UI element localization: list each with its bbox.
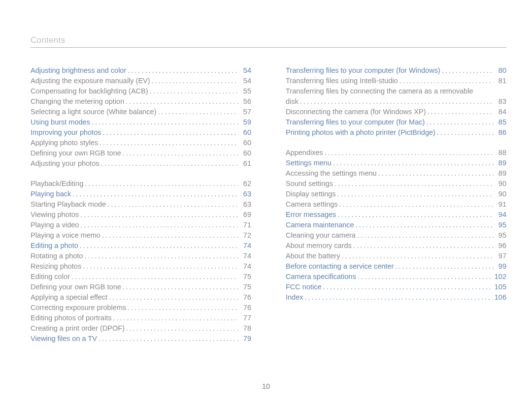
toc-dots: ........................................…	[440, 65, 494, 76]
toc-entry[interactable]: Playing back............................…	[31, 189, 251, 199]
toc-dots: ........................................…	[121, 282, 238, 292]
toc-entry[interactable]: Disconnecting the camera (for Windows XP…	[286, 107, 506, 117]
toc-entry[interactable]: Creating a print order (DPOF)...........…	[31, 323, 251, 334]
toc-entry[interactable]: disk ...................................…	[286, 96, 506, 107]
toc-entry-label: About memory cards	[286, 241, 352, 251]
toc-dots: ........................................…	[97, 334, 238, 344]
toc-entry-page: 60	[238, 138, 251, 148]
toc-entry-page: 99	[494, 261, 506, 272]
toc-dots: ........................................…	[352, 241, 494, 251]
toc-dots: ........................................…	[111, 313, 238, 323]
toc-entry[interactable]: Editing photos of portraits.............…	[31, 313, 251, 323]
toc-entry[interactable]: Adjusting brightness and color..........…	[31, 65, 251, 76]
toc-entry-page: 74	[238, 261, 251, 272]
toc-entry[interactable]: Accessing the settings menu.............…	[286, 168, 506, 179]
toc-entry-label: Correcting exposure problems	[31, 303, 126, 313]
toc-entry[interactable]: Adjusting the exposure manually (EV)....…	[31, 76, 251, 86]
toc-entry[interactable]: Camera maintenance......................…	[286, 220, 506, 230]
toc-entry[interactable]: Transferring ﬁles to your computer (for …	[286, 117, 506, 127]
toc-entry[interactable]: Adjusting your photos...................…	[31, 158, 251, 169]
toc-dots: ........................................…	[303, 292, 492, 303]
toc-dots: ........................................…	[394, 261, 494, 272]
toc-entry[interactable]: Viewing photos..........................…	[31, 210, 251, 220]
toc-entry[interactable]: About the battery.......................…	[286, 251, 506, 261]
toc-entry[interactable]: Resizing photos.........................…	[31, 261, 251, 272]
toc-dots: ........................................…	[425, 117, 494, 127]
toc-entry[interactable]: Using burst modes.......................…	[31, 117, 251, 127]
toc-entry[interactable]: Selecting a light source (White balance)…	[31, 107, 251, 117]
toc-entry-page: 80	[494, 65, 506, 76]
toc-entry[interactable]: Transferring files using Intelli-studio.…	[286, 76, 506, 86]
toc-entry[interactable]: About memory cards......................…	[286, 241, 506, 251]
toc-entry[interactable]: Settings menu...........................…	[286, 158, 506, 168]
toc-dots: ........................................…	[150, 76, 238, 86]
toc-entry-page: 76	[238, 292, 251, 303]
toc-entry-label: Transferring ﬁles to your computer (for …	[286, 117, 425, 127]
toc-dots: ........................................…	[121, 148, 238, 158]
toc-entry-label: Display settings	[286, 189, 336, 199]
toc-entry[interactable]: Cleaning your camera....................…	[286, 230, 506, 241]
toc-entry[interactable]: Transferring ﬁles to your computer (for …	[286, 65, 506, 76]
toc-entry-label: Adjusting your photos	[31, 158, 99, 169]
toc-dots: ........................................…	[98, 138, 238, 148]
toc-entry[interactable]: Defining your own RGB tone..............…	[31, 282, 251, 292]
toc-entry-label: FCC notice	[286, 282, 322, 292]
toc-entry[interactable]: Sound settings..........................…	[286, 179, 506, 189]
toc-dots: ........................................…	[435, 127, 494, 138]
toc-entry[interactable]: Camera settings.........................…	[286, 199, 506, 210]
toc-dots: ........................................…	[106, 199, 238, 210]
toc-spacer	[286, 138, 506, 143]
toc-entry-label: Camera speciﬁcations	[286, 272, 356, 282]
toc-dots: ........................................…	[398, 76, 494, 86]
toc-entry[interactable]: Playing a voice memo....................…	[31, 230, 251, 241]
toc-dots: ........................................…	[336, 210, 494, 220]
toc-entry[interactable]: Correcting exposure problems............…	[31, 303, 251, 313]
toc-entry[interactable]: Changing the metering option............…	[31, 96, 251, 107]
toc-entry-label: Editing color	[31, 272, 70, 282]
toc-entry-label: Settings menu	[286, 158, 332, 168]
toc-entry[interactable]: Transferring files by connecting the cam…	[286, 86, 506, 96]
toc-entry[interactable]: Applying a special effect...............…	[31, 292, 251, 303]
toc-entry[interactable]: Viewing ﬁles on a TV....................…	[31, 334, 251, 344]
toc-entry-label: Playing a video	[31, 220, 79, 230]
toc-entry[interactable]: Playing a video.........................…	[31, 220, 251, 230]
toc-entry[interactable]: Before contacting a service center......…	[286, 261, 506, 272]
toc-entry-page: 89	[494, 158, 506, 168]
page-number: 10	[0, 382, 532, 390]
toc-entry[interactable]: Improving your photos...................…	[31, 127, 251, 138]
toc-entry[interactable]: Applying photo styles...................…	[31, 138, 251, 148]
toc-entry[interactable]: Defining your own RGB tone..............…	[31, 148, 251, 158]
toc-entry[interactable]: Starting Playback mode..................…	[31, 199, 251, 210]
toc-entry[interactable]: Index...................................…	[286, 292, 506, 303]
toc-section-heading[interactable]: Appendixes..............................…	[286, 148, 506, 158]
toc-dots: ........................................…	[126, 65, 238, 76]
toc-entry-label: Adjusting brightness and color	[31, 65, 126, 76]
toc-entry-page: 74	[238, 241, 251, 251]
toc-dots: ........................................…	[70, 272, 238, 282]
toc-entry-label: Transferring ﬁles to your computer (for …	[286, 65, 440, 76]
toc-entry-label: Before contacting a service center	[286, 261, 394, 272]
toc-entry-label: Improving your photos	[31, 127, 101, 138]
toc-entry-label: Creating a print order (DPOF)	[31, 323, 125, 334]
toc-entry-label: Sound settings	[286, 179, 333, 189]
toc-dots: ........................................…	[323, 148, 494, 158]
toc-entry[interactable]: Compensating for backlighting (ACB).....…	[31, 86, 251, 96]
page-header: Contents	[31, 35, 506, 45]
toc-entry[interactable]: Display settings........................…	[286, 189, 506, 199]
toc-entry-page: 95	[494, 230, 506, 241]
toc-section-heading[interactable]: Playback/Editing........................…	[31, 179, 251, 189]
toc-entry[interactable]: Editing a photo.........................…	[31, 241, 251, 251]
toc-entry[interactable]: Rotating a photo........................…	[31, 251, 251, 261]
toc-entry[interactable]: FCC notice..............................…	[286, 282, 506, 292]
toc-dots: ........................................…	[79, 220, 238, 230]
toc-entry[interactable]: Printing photos with a photo printer (Pi…	[286, 127, 506, 138]
toc-entry-label: Compensating for backlighting (ACB)	[31, 86, 148, 96]
toc-entry-page: 60	[238, 148, 251, 158]
toc-entry[interactable]: Camera speciﬁcations....................…	[286, 272, 506, 282]
toc-entry[interactable]: Error messages..........................…	[286, 210, 506, 220]
toc-entry[interactable]: Editing color...........................…	[31, 272, 251, 282]
toc-entry-label: Playing back	[31, 189, 71, 199]
toc-dots: ........................................…	[322, 282, 493, 292]
toc-dots: ........................................…	[124, 96, 238, 107]
toc-entry-label: Index	[286, 292, 303, 303]
